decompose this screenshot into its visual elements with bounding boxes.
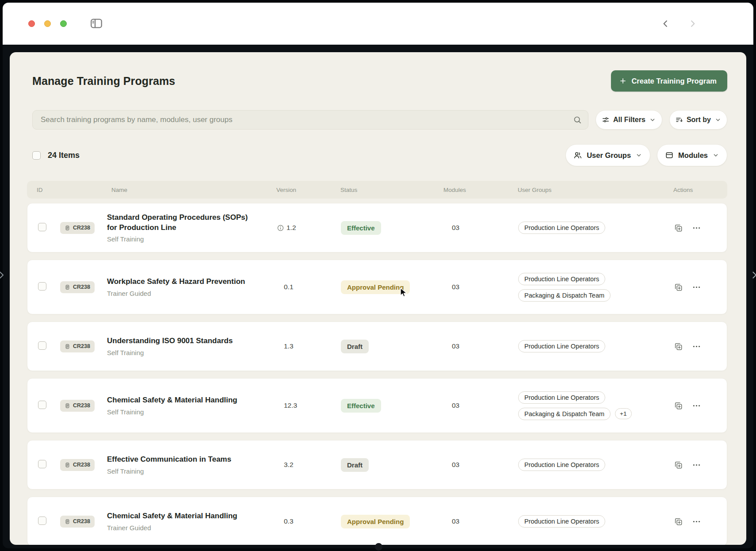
program-id: CR238 [73, 462, 90, 468]
chevron-left-icon [661, 19, 671, 29]
name-cell: Chemical Safety & Material Handling Trai… [107, 511, 277, 532]
chevron-right-icon [687, 19, 698, 29]
program-type: Trainer Guided [107, 524, 277, 532]
actions-cell [674, 223, 727, 233]
traffic-light-close[interactable] [28, 20, 35, 27]
program-id-badge: CR238 [60, 459, 95, 471]
duplicate-icon [674, 401, 683, 410]
version-cell: 0.1 [277, 283, 341, 291]
user-groups-filter-button[interactable]: User Groups [565, 144, 650, 166]
all-filters-button[interactable]: All Filters [596, 110, 662, 130]
program-name: Understanding ISO 9001 Standards [107, 336, 253, 346]
filters-icon [602, 116, 610, 124]
toolbar: All Filters Sort by [32, 110, 727, 130]
more-actions-button[interactable] [692, 460, 701, 470]
more-actions-button[interactable] [692, 517, 701, 526]
duplicate-button[interactable] [674, 223, 683, 233]
sort-by-button[interactable]: Sort by [669, 110, 727, 130]
more-actions-button[interactable] [692, 283, 701, 292]
nav-back-button[interactable] [661, 19, 671, 29]
row-checkbox[interactable] [38, 341, 46, 350]
user-groups-cell: Production Line Operators [518, 459, 674, 471]
row-checkbox[interactable] [38, 517, 46, 525]
duplicate-button[interactable] [674, 342, 683, 351]
id-cell: CR238 [60, 341, 107, 352]
select-all-checkbox[interactable] [32, 151, 41, 160]
duplicate-icon [674, 283, 683, 292]
checkbox-cell [27, 341, 60, 352]
version-value: 0.3 [284, 517, 294, 525]
row-checkbox[interactable] [38, 460, 46, 468]
user-groups-icon [573, 151, 582, 160]
chevron-right-icon [0, 270, 7, 280]
modules-count: 03 [444, 402, 518, 409]
table-header: ID Name Version Status Modules User Grou… [27, 181, 727, 199]
training-programs-table: ID Name Version Status Modules User Grou… [27, 181, 727, 545]
document-icon [65, 225, 70, 231]
document-icon [65, 519, 70, 524]
traffic-light-zoom[interactable] [60, 20, 67, 27]
id-cell: CR238 [60, 400, 107, 412]
table-row[interactable]: CR238 Understanding ISO 9001 Standards S… [27, 321, 727, 371]
user-groups-cell: Production Line Operators [518, 515, 674, 528]
modules-count: 03 [444, 517, 518, 525]
program-id-badge: CR238 [60, 341, 95, 352]
more-actions-button[interactable] [692, 401, 701, 410]
modules-filter-button[interactable]: Modules [657, 144, 727, 166]
window-controls [28, 20, 67, 27]
status-cell: Approval Pending [341, 280, 444, 294]
more-actions-button[interactable] [692, 342, 701, 351]
program-type: Self Training [107, 235, 277, 243]
edge-chevron-left[interactable] [0, 270, 7, 280]
create-training-program-button[interactable]: Create Training Program [611, 70, 727, 92]
id-cell: CR238 [60, 281, 107, 293]
table-row[interactable]: CR238 Effective Communication in Teams S… [27, 440, 727, 490]
sidebar-icon [89, 16, 103, 31]
row-checkbox[interactable] [38, 223, 46, 231]
duplicate-button[interactable] [674, 460, 683, 470]
row-checkbox[interactable] [38, 282, 46, 291]
page-title: Manage Training Programs [32, 75, 175, 88]
modules-count: 03 [444, 342, 518, 350]
nav-forward-button[interactable] [687, 19, 698, 29]
document-icon [65, 284, 70, 290]
status-cell: Effective [341, 399, 444, 413]
document-icon [65, 344, 70, 349]
chevron-down-icon [635, 152, 642, 159]
modules-count: 03 [444, 224, 518, 232]
program-name: Chemical Safety & Material Handling [107, 395, 253, 406]
table-row[interactable]: CR238 Chemical Safety & Material Handlin… [27, 378, 727, 433]
duplicate-button[interactable] [674, 401, 683, 410]
version-cell: 1.2 [277, 224, 341, 232]
search-input[interactable] [32, 110, 588, 130]
extra-groups-pill[interactable]: +1 [615, 408, 631, 419]
duplicate-icon [674, 517, 683, 526]
user-group-pill: Production Line Operators [518, 340, 605, 352]
program-type: Trainer Guided [107, 290, 277, 297]
more-actions-button[interactable] [692, 223, 701, 233]
ellipsis-icon [692, 223, 701, 233]
duplicate-button[interactable] [674, 517, 683, 526]
checkbox-cell [27, 282, 60, 292]
traffic-light-minimize[interactable] [44, 20, 51, 27]
duplicate-button[interactable] [674, 283, 683, 292]
user-group-pill: Production Line Operators [518, 515, 605, 528]
table-row[interactable]: CR238 Standard Operating Procedures (SOP… [27, 203, 727, 253]
program-id: CR238 [73, 402, 90, 409]
name-cell: Understanding ISO 9001 Standards Self Tr… [107, 336, 277, 356]
sort-by-label: Sort by [687, 116, 711, 124]
all-filters-label: All Filters [613, 116, 645, 124]
sidebar-toggle-button[interactable] [89, 16, 103, 31]
ellipsis-icon [692, 401, 701, 410]
info-icon[interactable] [277, 224, 284, 232]
column-header-status: Status [340, 187, 443, 193]
chevron-down-icon [714, 116, 722, 123]
edge-chevron-right[interactable] [749, 270, 756, 280]
table-row[interactable]: CR238 Workplace Safety & Hazard Preventi… [27, 260, 727, 314]
modules-label: Modules [678, 151, 708, 160]
modules-count: 03 [444, 283, 518, 291]
duplicate-icon [674, 223, 683, 233]
table-row[interactable]: CR238 Chemical Safety & Material Handlin… [27, 497, 727, 545]
row-checkbox[interactable] [38, 401, 46, 409]
page-header: Manage Training Programs Create Training… [32, 70, 727, 92]
